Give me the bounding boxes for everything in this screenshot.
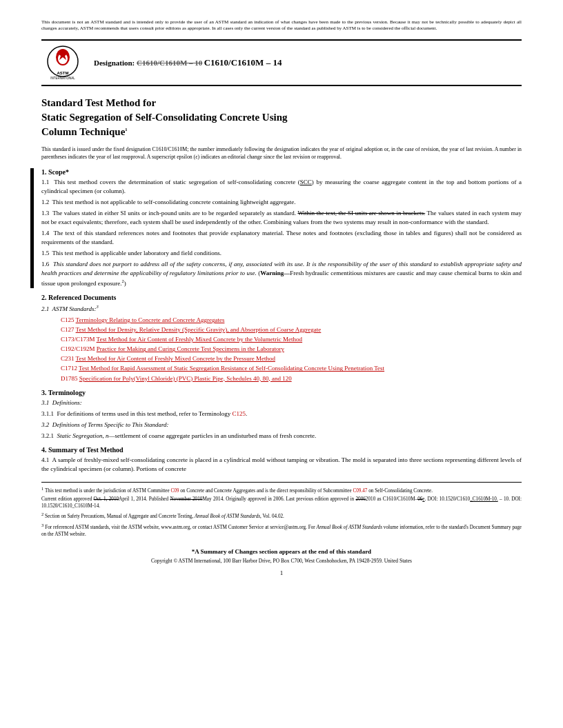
standard-note: This standard is issued under the fixed … [41, 146, 522, 161]
scope-1-3: 1.3 The values stated in either SI units… [41, 209, 522, 227]
ref-c125: C125 Terminology Relating to Concrete an… [61, 316, 522, 325]
designation-new: C1610/C1610M – 14 [204, 57, 282, 68]
scope-1-6: 1.6 This standard does not purport to ad… [41, 260, 522, 288]
ref-c1712: C1712 Test Method for Rapid Assessment o… [61, 364, 522, 373]
section-referenced-docs: 2. Referenced Documents 2.1 ASTM Standar… [41, 294, 522, 383]
section-terminology: 3. Terminology 3.1 Definitions: 3.1.1 Fo… [41, 389, 522, 441]
designation-block: Designation: C1610/C1610M – 10 C1610/C16… [94, 57, 282, 68]
terminology-3-1-1: 3.1.1 For definitions of terms used in t… [41, 410, 522, 418]
scope-1-4: 1.4 The text of this standard references… [41, 229, 522, 247]
scope-heading: 1. Scope* [41, 168, 522, 176]
scope-1-1: 1.1 This test method covers the determin… [41, 178, 522, 196]
ref-docs-sub: 2.1 ASTM Standards:3 [41, 303, 522, 314]
main-title: Standard Test Method for Static Segregat… [41, 96, 522, 139]
references-list: C125 Terminology Relating to Concrete an… [41, 316, 522, 383]
terminology-3-2-1: 3.2.1 Static Segregation, n—settlement o… [41, 432, 522, 441]
footnote-4: 3 For referenced ASTM standards, visit t… [41, 522, 522, 538]
referenced-docs-heading: 2. Referenced Documents [41, 294, 522, 301]
header-row: ASTM INTERNATIONAL Designation: C1610/C1… [41, 39, 522, 86]
ref-c231: C231 Test Method for Air Content of Fres… [61, 354, 522, 363]
ref-c127: C127 Test Method for Density, Relative D… [61, 325, 522, 334]
title-section: Standard Test Method for Static Segregat… [41, 96, 522, 139]
footnote-2: Current edition approved Oct. 1, 2010Apr… [41, 496, 522, 509]
page-number: 1 [41, 569, 522, 576]
svg-text:ASTM: ASTM [57, 71, 69, 75]
designation-old: C1610/C1610M – 10 [137, 59, 202, 67]
summary-changes: *A Summary of Changes section appears at… [41, 548, 522, 555]
designation-label: Designation: [94, 59, 137, 67]
svg-text:INTERNATIONAL: INTERNATIONAL [50, 77, 75, 80]
scope-1-5: 1.5 This test method is applicable under… [41, 249, 522, 258]
footnote-area: 1 This test method is under the jurisdic… [41, 482, 522, 538]
top-notice: This document is not an ASTM standard an… [41, 19, 522, 32]
footnote-1: 1 This test method is under the jurisdic… [41, 485, 522, 494]
terminology-heading: 3. Terminology [41, 389, 522, 396]
terminology-3-1: 3.1 Definitions: [41, 398, 522, 407]
terminology-3-2: 3.2 Definitions of Terms Specific to Thi… [41, 421, 522, 429]
summary-heading: 4. Summary of Test Method [41, 446, 522, 454]
summary-4-1: 4.1 A sample of freshly-mixed self-conso… [41, 456, 522, 474]
scope-1-2: 1.2 This test method is not applicable t… [41, 198, 522, 207]
footnote-3: 2 Section on Safety Precautions, Manual … [41, 511, 522, 520]
ref-d1785: D1785 Specification for Poly(Vinyl Chlor… [61, 374, 522, 383]
ref-c173: C173/C173M Test Method for Air Content o… [61, 335, 522, 344]
scope-bar [30, 168, 34, 289]
section-summary: 4. Summary of Test Method 4.1 A sample o… [41, 446, 522, 474]
ref-c192: C192/C192M Practice for Making and Curin… [61, 345, 522, 354]
astm-logo: ASTM INTERNATIONAL [41, 45, 84, 81]
section-scope: 1. Scope* 1.1 This test method covers th… [41, 168, 522, 289]
copyright: Copyright © ASTM International, 100 Barr… [41, 558, 522, 564]
